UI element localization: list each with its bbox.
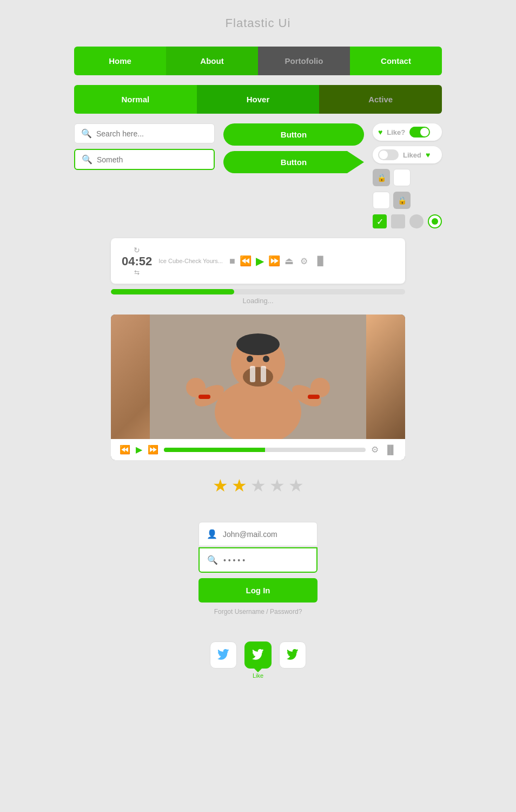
progress-bar-section: Loading... bbox=[111, 289, 405, 305]
email-input-wrap: 👤 bbox=[199, 522, 317, 546]
radio-empty[interactable] bbox=[409, 214, 424, 228]
vid-rewind-button[interactable]: ⏪ bbox=[120, 444, 130, 455]
track-name: Ice Cube-Check Yours... bbox=[158, 258, 223, 264]
vid-play-button[interactable]: ▶ bbox=[136, 444, 142, 455]
button-normal[interactable]: Normal bbox=[74, 85, 197, 114]
fast-forward-button[interactable]: ⏩ bbox=[268, 255, 280, 267]
password-input[interactable] bbox=[223, 556, 309, 565]
player-controls: ■ ⏪ ▶ ⏩ ⏏ bbox=[229, 254, 294, 267]
vid-volume-button[interactable]: ▐▌ bbox=[384, 445, 396, 455]
star-5[interactable]: ★ bbox=[288, 475, 304, 496]
button-row: Normal Hover Active bbox=[74, 85, 442, 114]
liked-toggle-switch[interactable] bbox=[378, 149, 399, 160]
white-box-1 bbox=[393, 169, 411, 186]
star-rating: ★ ★ ★ ★ ★ bbox=[213, 475, 304, 496]
progress-bar-bg bbox=[111, 289, 405, 294]
search-icon-active: 🔍 bbox=[82, 154, 92, 165]
like-toggle-switch[interactable] bbox=[409, 127, 430, 137]
star-4[interactable]: ★ bbox=[269, 475, 285, 496]
pill-button-1[interactable]: Button bbox=[223, 123, 364, 146]
search-input[interactable] bbox=[96, 129, 208, 138]
rewind-button[interactable]: ⏪ bbox=[240, 255, 252, 267]
twitter-icon-3 bbox=[287, 649, 299, 661]
svg-point-12 bbox=[263, 356, 269, 362]
svg-point-6 bbox=[186, 378, 206, 397]
eject-button[interactable]: ⏏ bbox=[285, 255, 294, 267]
social-buttons-row: Like bbox=[210, 641, 306, 669]
pill-button-2[interactable]: Button bbox=[223, 151, 364, 173]
nav-item-home[interactable]: Home bbox=[74, 47, 166, 75]
nav-item-portfolio[interactable]: Portofolio bbox=[258, 47, 350, 75]
shuffle-icon[interactable]: ⇆ bbox=[134, 269, 140, 276]
svg-point-7 bbox=[310, 378, 330, 397]
svg-rect-9 bbox=[308, 395, 320, 399]
page-title: Flatastic Ui bbox=[226, 16, 291, 30]
social-button-2-active[interactable]: Like bbox=[244, 641, 272, 669]
key-icon: 🔍 bbox=[207, 555, 218, 565]
star-3[interactable]: ★ bbox=[250, 475, 266, 496]
social-button-3[interactable] bbox=[279, 641, 306, 669]
toggle-section: ♥ Like? Liked ♥ 🔒 🔒 ✓ bbox=[373, 123, 442, 228]
player-time: 04:52 bbox=[122, 254, 152, 269]
login-button[interactable]: Log In bbox=[199, 578, 317, 603]
svg-point-11 bbox=[247, 356, 253, 362]
star-1[interactable]: ★ bbox=[213, 475, 228, 496]
liked-toggle-row: Liked ♥ bbox=[373, 146, 442, 163]
check-radio-row: ✓ bbox=[373, 214, 442, 228]
heart-icon-2: ♥ bbox=[426, 150, 430, 159]
nav-bar: Home About Portofolio Contact bbox=[74, 47, 442, 75]
search-input-active: 🔍 bbox=[74, 149, 215, 170]
progress-bar-fill bbox=[111, 289, 234, 294]
button-active[interactable]: Active bbox=[319, 85, 442, 114]
svg-rect-13 bbox=[250, 366, 255, 382]
pill-buttons: Button Button bbox=[223, 123, 364, 173]
vid-settings-button[interactable]: ⚙ bbox=[371, 444, 379, 455]
white-box-2 bbox=[373, 192, 390, 209]
checkbox-empty[interactable] bbox=[391, 214, 405, 228]
lock-icon-1: 🔒 bbox=[373, 169, 390, 186]
audio-player: ↻ 04:52 ⇆ Ice Cube-Check Yours... ■ ⏪ ▶ … bbox=[111, 238, 405, 284]
social-active-label: Like bbox=[253, 672, 263, 679]
vid-fast-forward-button[interactable]: ⏩ bbox=[148, 444, 158, 455]
vid-progress-bg bbox=[164, 448, 366, 452]
checkbox-checked[interactable]: ✓ bbox=[373, 214, 387, 228]
search-icon-inactive: 🔍 bbox=[81, 128, 92, 139]
lock-icon-2: 🔒 bbox=[393, 192, 411, 209]
email-input[interactable] bbox=[223, 530, 309, 539]
like-toggle-row: ♥ Like? bbox=[373, 123, 442, 141]
player-track-info: Ice Cube-Check Yours... bbox=[158, 258, 223, 264]
star-2[interactable]: ★ bbox=[231, 475, 247, 496]
login-form: 👤 🔍 Log In Forgot Username / Password? bbox=[199, 522, 317, 615]
twitter-icon-2 bbox=[252, 649, 264, 661]
like-label: Like? bbox=[387, 128, 405, 136]
liked-label: Liked bbox=[403, 151, 421, 159]
button-hover[interactable]: Hover bbox=[197, 85, 320, 114]
password-input-wrap: 🔍 bbox=[199, 547, 317, 573]
player-settings-button[interactable]: ⚙ bbox=[300, 256, 308, 266]
search-input-active-field[interactable] bbox=[97, 155, 207, 164]
video-frame bbox=[111, 315, 405, 439]
loading-text: Loading... bbox=[242, 297, 273, 305]
twitter-icon-1 bbox=[217, 649, 229, 661]
controls-section: 🔍 🔍 Button Button ♥ Like? Li bbox=[74, 123, 442, 228]
heart-icon: ♥ bbox=[378, 128, 382, 136]
social-button-1[interactable] bbox=[210, 641, 237, 669]
svg-rect-14 bbox=[261, 366, 266, 382]
play-button[interactable]: ▶ bbox=[256, 254, 264, 267]
lock-row-1: 🔒 bbox=[373, 169, 442, 186]
nav-item-contact[interactable]: Contact bbox=[350, 47, 442, 75]
vid-progress-fill bbox=[164, 448, 265, 452]
player-volume-button[interactable]: ▐▌ bbox=[314, 256, 327, 266]
lock-row-2: 🔒 bbox=[373, 192, 442, 209]
repeat-icon[interactable]: ↻ bbox=[134, 246, 140, 254]
video-character-svg bbox=[111, 315, 405, 439]
radio-active[interactable] bbox=[428, 214, 442, 228]
user-icon: 👤 bbox=[207, 529, 217, 539]
forgot-link[interactable]: Forgot Username / Password? bbox=[199, 608, 317, 615]
main-container: Home About Portofolio Contact Normal Hov… bbox=[74, 47, 442, 669]
svg-point-3 bbox=[236, 333, 280, 355]
nav-item-about[interactable]: About bbox=[166, 47, 258, 75]
search-input-inactive: 🔍 bbox=[74, 123, 215, 143]
svg-rect-8 bbox=[199, 395, 210, 399]
stop-button[interactable]: ■ bbox=[229, 256, 235, 267]
